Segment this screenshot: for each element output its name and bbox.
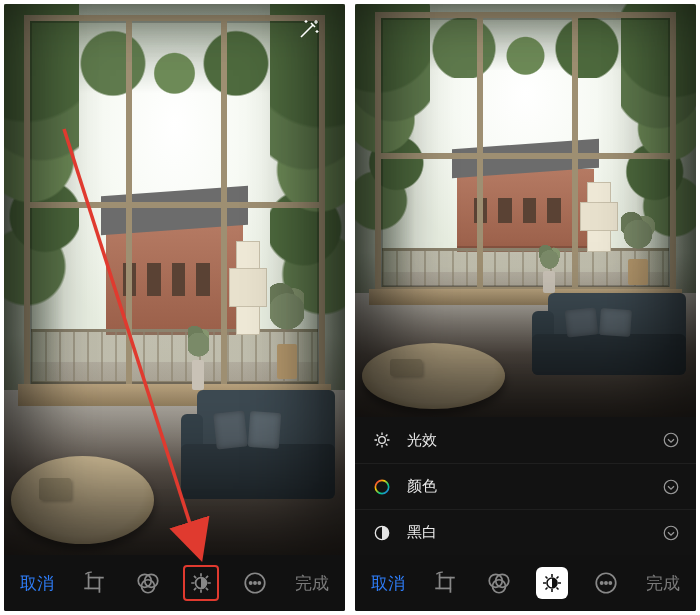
photo-canvas[interactable] (355, 4, 696, 417)
adjust-row-bw[interactable]: 黑白 (355, 509, 696, 555)
more-icon[interactable] (584, 561, 628, 605)
svg-point-4 (196, 578, 207, 589)
svg-point-7 (254, 582, 256, 584)
svg-point-8 (258, 582, 260, 584)
color-icon (371, 476, 393, 498)
svg-point-6 (250, 582, 252, 584)
bw-icon (371, 522, 393, 544)
svg-point-10 (379, 437, 386, 444)
cancel-button[interactable]: 取消 (12, 568, 62, 599)
filters-icon[interactable] (477, 561, 521, 605)
chevron-down-icon (662, 478, 680, 496)
more-icon[interactable] (233, 561, 277, 605)
svg-point-22 (601, 582, 603, 584)
svg-point-23 (605, 582, 607, 584)
adjust-icon[interactable] (530, 561, 574, 605)
magic-wand-icon[interactable] (287, 7, 331, 51)
adjust-row-label: 光效 (407, 431, 662, 450)
svg-point-13 (664, 480, 678, 494)
adjust-row-label: 颜色 (407, 477, 662, 496)
photo-canvas[interactable] (4, 4, 345, 555)
svg-point-24 (609, 582, 611, 584)
tutorial-two-up: 取消 (0, 0, 700, 615)
top-bar (4, 4, 345, 54)
svg-point-11 (664, 433, 678, 447)
bottom-toolbar: 取消 (355, 555, 696, 611)
chevron-down-icon (662, 431, 680, 449)
adjust-row-light[interactable]: 光效 (355, 417, 696, 463)
done-button[interactable]: 完成 (287, 568, 337, 599)
svg-point-15 (664, 526, 678, 540)
svg-rect-16 (439, 578, 450, 589)
crop-rotate-icon[interactable] (72, 561, 116, 605)
cancel-button[interactable]: 取消 (363, 568, 413, 599)
left-screenshot: 取消 (4, 4, 345, 611)
right-screenshot: 光效 颜色 (355, 4, 696, 611)
adjustments-panel: 光效 颜色 (355, 417, 696, 555)
done-button[interactable]: 完成 (638, 568, 688, 599)
svg-rect-0 (88, 578, 99, 589)
photo-content (355, 4, 696, 417)
adjust-icon[interactable] (179, 561, 223, 605)
light-icon (371, 429, 393, 451)
adjust-row-label: 黑白 (407, 523, 662, 542)
photo-content (4, 4, 345, 555)
chevron-down-icon (662, 524, 680, 542)
bottom-toolbar: 取消 (4, 555, 345, 611)
filters-icon[interactable] (126, 561, 170, 605)
svg-point-12 (375, 480, 388, 493)
crop-rotate-icon[interactable] (423, 561, 467, 605)
adjust-row-color[interactable]: 颜色 (355, 463, 696, 509)
